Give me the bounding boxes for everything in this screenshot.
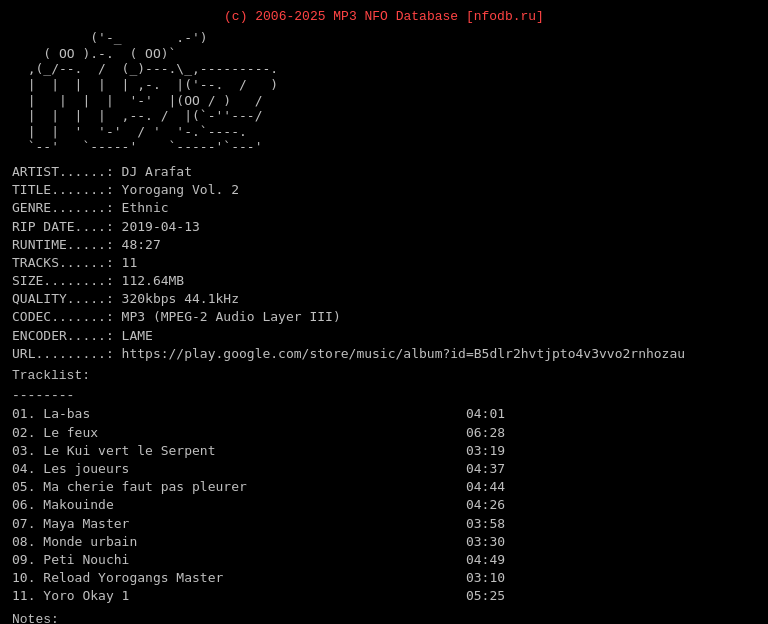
url-value: https://play.google.com/store/music/albu… [122, 346, 686, 361]
tracklist-divider: -------- [12, 387, 756, 405]
tracks-value: 11 [122, 255, 138, 270]
artist-value: DJ Arafat [122, 164, 192, 179]
tracklist-section: Tracklist: -------- 01. La-bas 04:01 02.… [12, 367, 756, 605]
encoder-value: LAME [122, 328, 153, 343]
notes-section: Notes: -------- DJ Arafat, or Arafat Mua… [12, 611, 756, 624]
notes-header-label: Notes: [12, 611, 756, 624]
metadata-block: ARTIST......: DJ Arafat TITLE.......: Yo… [12, 163, 756, 363]
ascii-art: ('-_ .-') ( OO ).-. ( OO)` ,(_/--. / (_)… [12, 30, 756, 155]
header-title: (c) 2006-2025 MP3 NFO Database [nfodb.ru… [12, 8, 756, 26]
title-value: Yorogang Vol. 2 [122, 182, 239, 197]
tracks-list: 01. La-bas 04:01 02. Le feux 06:28 03. L… [12, 405, 756, 605]
tracklist-header-label: Tracklist: [12, 367, 756, 385]
quality-value: 320kbps 44.1kHz [122, 291, 239, 306]
genre-value: Ethnic [122, 200, 169, 215]
codec-value: MP3 (MPEG-2 Audio Layer III) [122, 309, 341, 324]
size-value: 112.64MB [122, 273, 185, 288]
runtime-value: 48:27 [122, 237, 161, 252]
rip-date-value: 2019-04-13 [122, 219, 200, 234]
